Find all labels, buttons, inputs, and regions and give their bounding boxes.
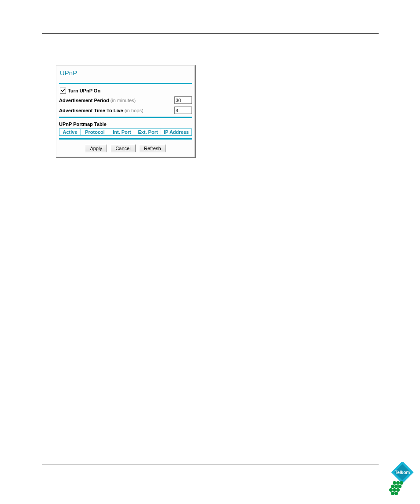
panel-title: UPnP [59,68,192,83]
portmap-title: UPnP Portmap Table [59,118,192,129]
refresh-button[interactable]: Refresh [139,144,166,152]
col-active: Active [59,129,81,136]
svg-point-13 [394,492,398,495]
svg-point-4 [396,481,400,485]
svg-text:Telkom: Telkom [395,470,410,475]
footer-divider [42,464,379,464]
page: UPnP Turn UPnP On Advertisement Period (… [0,0,420,504]
svg-point-5 [400,481,403,485]
ad-ttl-input[interactable] [174,107,192,114]
turn-upnp-on-row: Turn UPnP On [59,84,192,94]
turn-upnp-on-checkbox[interactable] [60,88,66,94]
turn-upnp-on-label: Turn UPnP On [68,88,100,93]
portmap-header-row: Active Protocol Int. Port Ext. Port IP A… [59,129,192,136]
svg-point-6 [391,485,394,488]
ad-ttl-row: Advertisement Time To Live (in hops) [59,104,192,114]
ad-ttl-label: Advertisement Time To Live (in hops) [59,108,144,113]
apply-button[interactable]: Apply [85,144,107,152]
cancel-button[interactable]: Cancel [111,144,135,152]
col-ext-port: Ext. Port [135,129,161,136]
col-ip-addr: IP Address [161,129,192,136]
ad-period-input[interactable] [174,96,192,104]
portmap-table: Active Protocol Int. Port Ext. Port IP A… [59,129,192,136]
svg-point-12 [391,492,394,495]
col-protocol: Protocol [81,129,109,136]
svg-point-9 [389,488,393,492]
svg-point-7 [394,485,398,488]
svg-point-11 [396,488,400,492]
header-divider [42,33,379,34]
button-row: Apply Cancel Refresh [59,140,192,152]
ad-period-label: Advertisement Period (in minutes) [59,98,136,103]
svg-point-3 [393,481,396,485]
svg-point-8 [398,485,402,488]
svg-point-10 [393,488,396,492]
telkom-logo: Telkom [385,462,420,496]
upnp-panel: UPnP Turn UPnP On Advertisement Period (… [56,65,196,158]
col-int-port: Int. Port [109,129,135,136]
ad-period-row: Advertisement Period (in minutes) [59,94,192,104]
